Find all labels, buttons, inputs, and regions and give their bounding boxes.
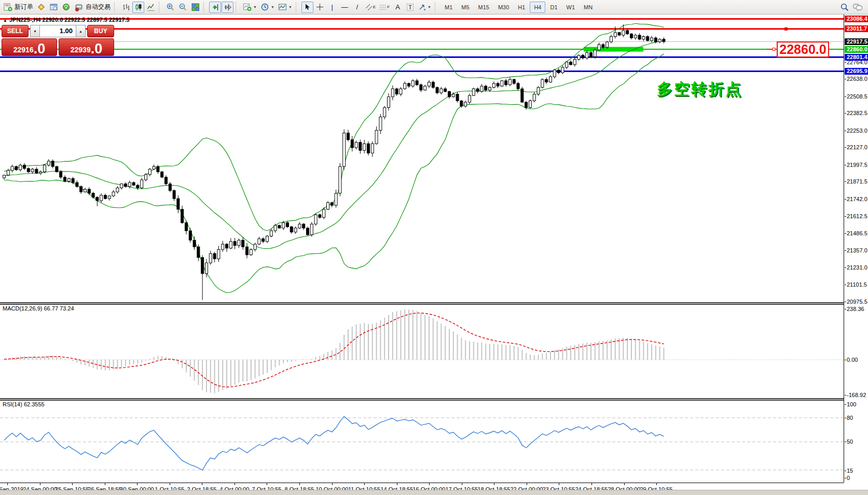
- price-scale-label: 21357.0: [845, 247, 868, 254]
- volume-stepper: ▼ 1.00 ▲: [30, 25, 86, 37]
- clock-icon: [260, 3, 269, 11]
- price-callout-label[interactable]: 22860.0: [777, 41, 829, 58]
- timeframe-button-h1[interactable]: H1: [514, 2, 529, 13]
- text-tool-button[interactable]: A: [392, 2, 404, 13]
- timeframe-button-w1[interactable]: W1: [562, 2, 580, 13]
- indicators-button[interactable]: ▼: [241, 2, 258, 13]
- time-tick: [559, 483, 559, 485]
- vertical-line-tool-button[interactable]: |: [326, 2, 338, 13]
- buy-button[interactable]: BUY: [87, 25, 114, 37]
- chat-icon[interactable]: [852, 3, 863, 12]
- collapse-arrow-icon[interactable]: ▲: [3, 18, 7, 23]
- pane-splitter-rsi[interactable]: [0, 398, 868, 401]
- price-axis[interactable]: 22764.022638.022508.522382.522253.022127…: [844, 15, 868, 483]
- templates-button[interactable]: ▼: [277, 2, 294, 13]
- symbol-header: ▲JPN225-,H4 22920.0 22922.5 22897.5 2291…: [3, 17, 130, 23]
- timeframe-button-m30[interactable]: M30: [494, 2, 513, 13]
- time-tick: [235, 483, 235, 485]
- time-tick: [332, 483, 333, 485]
- sell-price-panel[interactable]: 22916.0: [2, 38, 57, 56]
- autotrading-button[interactable]: 自动交易: [73, 2, 112, 13]
- cursor-icon: [304, 3, 311, 11]
- buy-price-panel[interactable]: 22939.0: [59, 38, 114, 56]
- auto-scroll-button[interactable]: [209, 2, 221, 13]
- bar-chart-icon: [122, 3, 130, 11]
- price-marker-label: 23086.4: [845, 16, 868, 22]
- timeframe-button-m5[interactable]: M5: [457, 2, 473, 13]
- timeframe-button-h4[interactable]: H4: [530, 2, 545, 13]
- zoom-out-button[interactable]: [177, 2, 189, 13]
- arrows-icon: [418, 3, 426, 11]
- horizontal-line-tool-button[interactable]: —: [339, 2, 351, 13]
- pane-splitter-macd[interactable]: [0, 302, 868, 305]
- dropdown-arrow-icon: ▼: [428, 5, 431, 9]
- macd-signal-line: [4, 313, 664, 387]
- main-chart-canvas[interactable]: [0, 15, 844, 302]
- chart-bars-button[interactable]: [120, 2, 132, 13]
- data-window-icon: [49, 3, 58, 11]
- chart-shift-icon: [224, 3, 232, 11]
- time-tick: [527, 483, 527, 485]
- data-window-button[interactable]: [48, 2, 60, 13]
- time-tick: [105, 483, 105, 485]
- macd-pane-canvas[interactable]: [0, 304, 844, 398]
- price-scale-label: 21742.0: [845, 196, 868, 203]
- rsi-pane-canvas[interactable]: [0, 400, 844, 483]
- time-tick: [40, 483, 40, 485]
- tile-windows-button[interactable]: [189, 2, 201, 13]
- volume-increase-button[interactable]: ▲: [76, 25, 86, 37]
- price-scale-label: 22253.0: [845, 128, 868, 134]
- one-click-trading-widget: SELL ▼ 1.00 ▲ BUY 22916.0 22939.0: [2, 25, 114, 56]
- periods-button[interactable]: ▼: [259, 2, 276, 13]
- channel-tool-button[interactable]: E: [364, 2, 377, 13]
- chart-window: 22764.022638.022508.522382.522253.022127…: [0, 15, 868, 495]
- trendline-tool-button[interactable]: /: [351, 2, 363, 13]
- rsi-axis-label: 0: [845, 475, 868, 482]
- price-scale-label: 22382.5: [845, 110, 868, 117]
- macd-axis-label: 238.36: [845, 306, 868, 313]
- fibonacci-tool-button[interactable]: F: [378, 2, 391, 13]
- turning-point-annotation[interactable]: 多空转折点: [657, 79, 742, 100]
- buy-price-pips: .0: [91, 43, 103, 55]
- volume-input[interactable]: 1.00: [40, 25, 76, 37]
- text-label-icon: T: [407, 4, 414, 11]
- trendline-icon: /: [356, 3, 359, 11]
- chart-line-button[interactable]: [145, 2, 157, 13]
- mt4-terminal: { "toolbar": { "new_order_label": "新订单",…: [0, 0, 868, 495]
- vertical-line-icon: |: [332, 3, 333, 11]
- time-tick: [397, 483, 397, 485]
- arrows-tool-button[interactable]: ▼: [417, 2, 433, 13]
- price-scale-label: 20975.5: [845, 299, 868, 305]
- price-marker-label: 23011.7: [845, 25, 868, 32]
- rsi-axis-label: 15: [845, 468, 868, 474]
- market-watch-button[interactable]: [35, 2, 47, 13]
- sell-button[interactable]: SELL: [2, 25, 29, 37]
- timeframe-button-mn[interactable]: MN: [580, 2, 597, 13]
- timeframe-button-m1[interactable]: M1: [440, 2, 457, 13]
- text-label-tool-button[interactable]: T: [404, 2, 416, 13]
- chart-candles-button[interactable]: [132, 2, 144, 13]
- zoom-in-icon: [166, 3, 175, 11]
- zoom-out-icon: [178, 3, 187, 11]
- cursor-tool-button[interactable]: [301, 2, 313, 13]
- timeframe-button-d1[interactable]: D1: [546, 2, 561, 13]
- navigator-icon: [62, 3, 71, 11]
- hline-anchor-dot: [784, 27, 788, 31]
- crosshair-tool-button[interactable]: [314, 2, 326, 13]
- time-tick: [170, 483, 170, 485]
- chart-shift-button[interactable]: [222, 2, 233, 13]
- autotrading-label: 自动交易: [86, 3, 111, 11]
- macd-histogram: [4, 309, 664, 393]
- timeframe-button-m15[interactable]: M15: [474, 2, 493, 13]
- price-marker-label: 22801.4: [845, 54, 868, 61]
- navigator-button[interactable]: [60, 2, 72, 13]
- horizontal-line-icon: —: [341, 3, 348, 11]
- search-icon[interactable]: [840, 3, 849, 12]
- volume-decrease-button[interactable]: ▼: [30, 25, 40, 37]
- toolbar-separator: [203, 2, 206, 12]
- time-tick: [299, 483, 300, 485]
- zoom-in-button[interactable]: [164, 2, 176, 13]
- new-order-button[interactable]: 新订单: [2, 2, 35, 13]
- time-tick: [656, 483, 657, 485]
- toolbar-separator: [435, 2, 438, 12]
